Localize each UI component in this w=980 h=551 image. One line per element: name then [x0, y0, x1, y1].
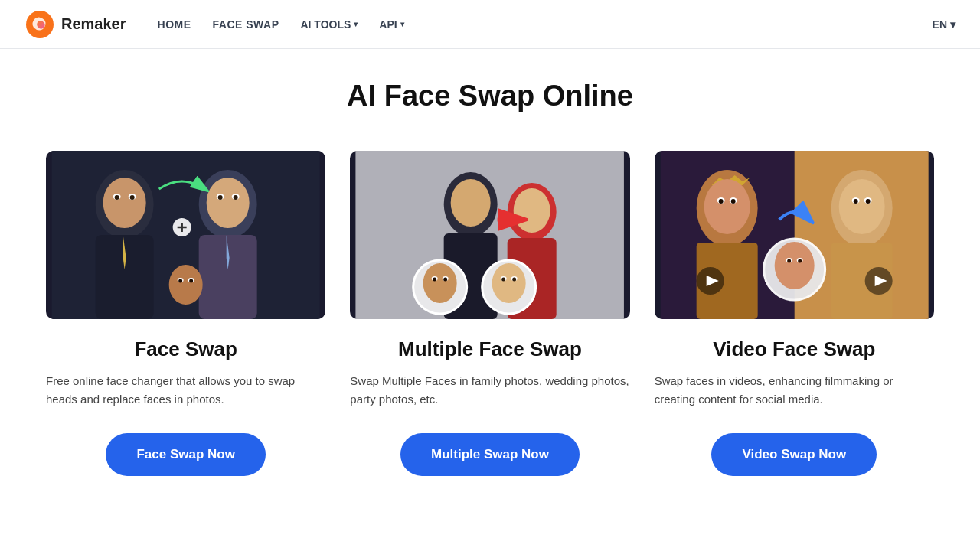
- multiple-swap-title: Multiple Face Swap: [398, 337, 582, 361]
- face-swap-now-button[interactable]: Face Swap Now: [106, 433, 265, 476]
- svg-point-67: [798, 259, 802, 263]
- card-video-image: [655, 151, 934, 319]
- cards-grid: Face Swap Free online face changer that …: [46, 151, 934, 476]
- svg-point-39: [443, 278, 447, 282]
- svg-point-50: [704, 179, 750, 234]
- video-swap-desc: Swap faces in videos, enhancing filmmaki…: [655, 372, 934, 412]
- svg-point-63: [774, 242, 814, 289]
- card-multiple-face-swap: Multiple Face Swap Swap Multiple Faces i…: [350, 151, 629, 476]
- svg-point-41: [492, 263, 526, 303]
- face-swap-desc: Free online face changer that allows you…: [46, 372, 325, 412]
- svg-point-60: [853, 199, 858, 204]
- card-multiple-image: [350, 151, 629, 319]
- svg-point-8: [103, 178, 146, 228]
- card-face-swap-image: [46, 151, 325, 319]
- video-swap-title: Video Face Swap: [713, 337, 875, 361]
- multiple-swap-illustration: [350, 151, 629, 319]
- multiple-swap-now-button[interactable]: Multiple Swap Now: [400, 433, 580, 476]
- svg-point-38: [433, 278, 436, 282]
- svg-point-25: [189, 279, 193, 283]
- video-swap-now-button[interactable]: Video Swap Now: [711, 433, 877, 476]
- svg-point-30: [451, 179, 491, 227]
- svg-point-33: [514, 188, 550, 233]
- logo-icon: [24, 9, 55, 40]
- svg-point-57: [838, 179, 884, 234]
- svg-point-13: [130, 195, 135, 200]
- card-face-swap: Face Swap Free online face changer that …: [46, 151, 325, 476]
- video-swap-illustration: [655, 151, 934, 319]
- svg-point-35: [423, 263, 457, 303]
- svg-point-21: [169, 265, 203, 305]
- svg-point-53: [718, 199, 723, 204]
- lang-chevron-icon: ▾: [950, 18, 956, 31]
- svg-point-45: [512, 278, 516, 282]
- svg-point-66: [787, 259, 791, 263]
- svg-point-12: [115, 195, 119, 200]
- multiple-swap-desc: Swap Multiple Faces in family photos, we…: [350, 372, 629, 412]
- page-title: AI Face Swap Online: [46, 80, 934, 112]
- svg-point-16: [218, 195, 223, 200]
- nav-links: HOME FACE SWAP AI TOOLS ▾ API ▾: [158, 18, 404, 31]
- navbar: Remaker HOME FACE SWAP AI TOOLS ▾ API ▾ …: [0, 0, 980, 49]
- lang-selector[interactable]: EN ▾: [933, 18, 956, 31]
- card-video-face-swap: Video Face Swap Swap faces in videos, en…: [655, 151, 934, 476]
- nav-api[interactable]: API ▾: [379, 18, 403, 31]
- api-chevron-icon: ▾: [400, 20, 404, 28]
- svg-point-54: [730, 199, 735, 204]
- nav-divider: [142, 14, 142, 35]
- nav-face-swap[interactable]: FACE SWAP: [213, 18, 279, 31]
- svg-point-44: [501, 278, 505, 282]
- nav-home[interactable]: HOME: [158, 18, 191, 31]
- svg-point-24: [178, 279, 182, 283]
- main-content: AI Face Swap Online: [0, 49, 980, 522]
- svg-point-17: [234, 195, 238, 200]
- ai-tools-chevron-icon: ▾: [354, 20, 358, 28]
- svg-point-9: [207, 178, 250, 228]
- svg-point-61: [865, 199, 870, 204]
- logo-text: Remaker: [61, 15, 126, 33]
- nav-ai-tools[interactable]: AI TOOLS ▾: [300, 18, 358, 31]
- face-swap-title: Face Swap: [134, 337, 237, 361]
- face-swap-illustration: [46, 151, 325, 319]
- logo-link[interactable]: Remaker: [24, 9, 126, 40]
